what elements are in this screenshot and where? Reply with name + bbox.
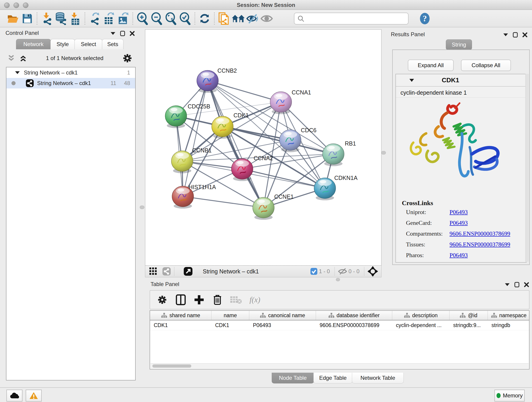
expand-all-tree-icon[interactable] [19,55,27,62]
zoom-out-button[interactable] [150,12,164,26]
export-table-button[interactable] [102,12,116,26]
search-input[interactable] [294,13,409,25]
birdseye-navigator-icon[interactable] [367,266,378,277]
crosslink-label: Uniprot: [406,209,450,216]
panel-collapse-icon[interactable] [110,32,115,35]
table-cell[interactable]: stringdb:9... [450,320,488,330]
network-row[interactable]: String Network – cdk1 11 48 [6,78,135,89]
network-collection-row[interactable]: String Network – cdk1 1 [6,67,135,78]
import-network-file-button[interactable] [40,12,54,26]
tab-string[interactable]: String [446,39,472,50]
open-folder-icon [7,13,19,24]
results-scrollbar[interactable] [525,74,529,262]
network-node-CDC25B[interactable]: CDC25B [165,103,210,128]
tab-style[interactable]: Style [51,39,75,49]
table-cell[interactable]: cyclin-dependent ... [392,320,450,330]
delete-column-icon[interactable] [213,294,222,305]
cloud-status-button[interactable] [6,390,22,402]
refresh-button[interactable] [197,12,212,26]
panel-close-icon[interactable] [130,31,135,36]
table-cell[interactable]: CDK1 [150,320,211,330]
crosslink-uniprot[interactable]: P06493 [450,209,468,216]
right-splitter-handle[interactable] [381,151,386,154]
crosslink-genecard[interactable]: P06493 [450,220,468,226]
zoom-in-button[interactable] [135,12,150,26]
horizontal-scrollbar[interactable] [151,363,529,369]
gene-expander-icon[interactable] [409,79,414,82]
column-header-description[interactable]: description [392,311,450,320]
gear-icon[interactable] [122,53,133,63]
collapse-all-button[interactable]: Collapse All [461,60,511,71]
scrollbar-thumb[interactable] [152,364,191,368]
protein-structure-image [404,99,512,195]
left-splitter-handle[interactable] [140,206,144,209]
import-network-database-button[interactable] [54,12,68,26]
network-edge[interactable] [242,169,325,188]
tab-select[interactable]: Select [75,39,102,49]
panel-collapse-icon[interactable] [505,283,510,286]
zoom-selected-button[interactable] [178,12,192,26]
tab-network[interactable]: Network [16,39,51,49]
table-cell[interactable]: CDK1 [211,320,249,330]
crosslink-tissues[interactable]: 9606.ENSP00000378699 [450,241,510,248]
warnings-button[interactable] [26,390,42,402]
export-image-button[interactable] [116,12,130,26]
table-cell[interactable]: 9606.ENSP00000378699 [316,320,392,330]
table-cell[interactable]: stringdb [488,320,530,330]
hide-selected-button[interactable] [245,12,260,26]
column-header-name[interactable]: name [211,311,249,320]
tab-node-table[interactable]: Node Table [272,373,314,383]
network-edge[interactable] [183,196,264,208]
add-column-icon[interactable] [194,295,204,305]
column-header-namespace[interactable]: namespace [488,311,530,320]
show-columns-icon[interactable] [176,294,186,305]
crosslink-pharos[interactable]: P06493 [450,252,468,259]
show-hidden-button[interactable] [260,12,274,26]
network-node-CCNA1[interactable]: CCNA1 [270,89,311,114]
export-network-button[interactable] [88,12,102,26]
tab-network-table[interactable]: Network Table [352,373,404,383]
panel-float-icon[interactable] [513,32,518,38]
save-session-button[interactable] [20,12,34,26]
table-cell[interactable]: P06493 [249,320,316,330]
clone-network-button[interactable] [217,12,231,26]
panel-close-icon[interactable] [524,282,529,287]
import-table-file-button[interactable] [68,12,82,26]
column-header-database-identifier[interactable]: database identifier [316,311,392,320]
network-edge[interactable] [208,81,281,102]
node-label: RB1 [345,140,356,147]
zoom-out-icon [151,12,163,25]
tab-edge-table[interactable]: Edge Table [313,373,352,383]
column-header-canonical-name[interactable]: canonical name [249,311,316,320]
collapse-all-tree-icon[interactable] [7,55,15,62]
grid-view-icon[interactable] [149,267,158,276]
tab-sets[interactable]: Sets [102,39,123,49]
network-node-CDKN1A[interactable]: CDKN1A [314,175,358,200]
help-icon: ? [419,13,430,25]
network-share-icon-gray[interactable] [162,267,171,276]
network-view-canvas[interactable]: CCNB2CCNA1CDC25BCDK1CDC6RB1CCNB1CCNA2CDK… [145,29,381,266]
network-node-CDK1[interactable]: CDK1 [212,112,249,139]
column-header-shared-name[interactable]: shared name [150,311,211,320]
network-edge[interactable] [208,81,264,208]
table-settings-gear-icon[interactable] [157,294,167,305]
detach-view-icon[interactable] [184,267,193,276]
network-node-HIST1H1A[interactable]: HIST1H1A [172,184,216,209]
tree-expander-icon[interactable] [15,71,20,74]
hierarchy-icon [260,313,266,318]
show-all-button[interactable] [231,12,245,26]
network-node-RB1[interactable]: RB1 [323,140,356,166]
crosslink-compartments[interactable]: 9606.ENSP00000378699 [450,230,510,237]
panel-float-icon[interactable] [514,282,519,287]
help-button[interactable]: ? [418,12,432,26]
panel-close-icon[interactable] [522,32,527,37]
panel-collapse-icon[interactable] [503,33,508,36]
zoom-fit-button[interactable] [164,12,178,26]
column-header--id[interactable]: @id [450,311,488,320]
panel-float-icon[interactable] [120,31,125,36]
open-session-button[interactable] [6,12,20,26]
crosslink-label: Tissues: [406,241,450,248]
expand-all-button[interactable]: Expand All [408,60,454,71]
memory-button[interactable]: Memory [494,390,525,402]
table-row[interactable]: CDK1CDK1P064939606.ENSP00000378699cyclin… [150,320,529,330]
